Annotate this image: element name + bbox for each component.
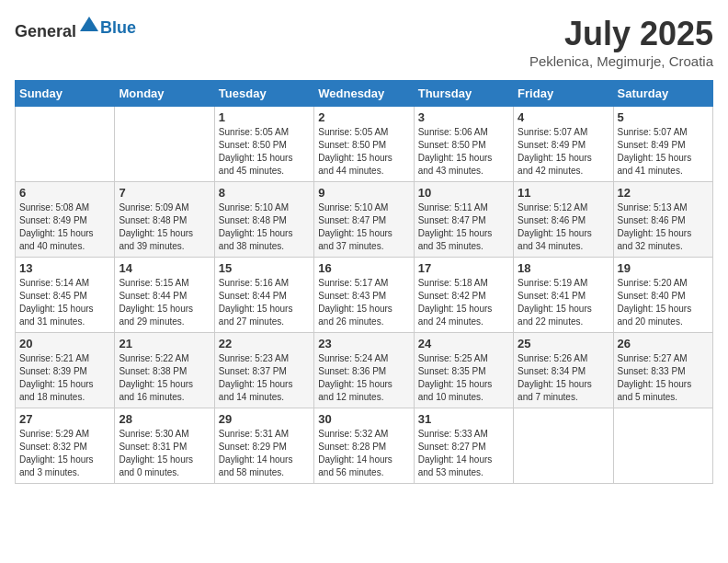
calendar-cell: 21Sunrise: 5:22 AM Sunset: 8:38 PM Dayli… <box>115 333 214 408</box>
cell-text: Sunrise: 5:08 AM Sunset: 8:49 PM Dayligh… <box>19 201 110 253</box>
day-number: 18 <box>518 261 609 275</box>
calendar-cell: 13Sunrise: 5:14 AM Sunset: 8:45 PM Dayli… <box>16 258 115 333</box>
day-number: 26 <box>618 337 709 350</box>
day-number: 31 <box>418 412 509 426</box>
day-number: 19 <box>618 261 709 275</box>
calendar-cell: 8Sunrise: 5:10 AM Sunset: 8:48 PM Daylig… <box>214 182 313 258</box>
weekday-header: Saturday <box>613 81 712 107</box>
calendar-cell: 2Sunrise: 5:05 AM Sunset: 8:50 PM Daylig… <box>314 107 414 182</box>
calendar-week-row: 27Sunrise: 5:29 AM Sunset: 8:32 PM Dayli… <box>16 408 713 484</box>
cell-text: Sunrise: 5:23 AM Sunset: 8:37 PM Dayligh… <box>219 352 310 404</box>
calendar-cell: 10Sunrise: 5:11 AM Sunset: 8:47 PM Dayli… <box>414 182 513 258</box>
day-number: 2 <box>318 110 409 124</box>
calendar-cell: 27Sunrise: 5:29 AM Sunset: 8:32 PM Dayli… <box>16 408 115 484</box>
svg-marker-0 <box>80 17 98 31</box>
calendar-cell: 4Sunrise: 5:07 AM Sunset: 8:49 PM Daylig… <box>514 107 613 182</box>
calendar-cell: 25Sunrise: 5:26 AM Sunset: 8:34 PM Dayli… <box>514 333 613 408</box>
weekday-header: Tuesday <box>214 81 313 107</box>
day-number: 3 <box>418 110 509 124</box>
calendar-body: 1Sunrise: 5:05 AM Sunset: 8:50 PM Daylig… <box>16 107 713 484</box>
day-number: 10 <box>418 186 509 200</box>
cell-text: Sunrise: 5:07 AM Sunset: 8:49 PM Dayligh… <box>618 126 709 178</box>
cell-text: Sunrise: 5:17 AM Sunset: 8:43 PM Dayligh… <box>318 277 409 328</box>
calendar-header-row: SundayMondayTuesdayWednesdayThursdayFrid… <box>16 81 713 107</box>
cell-text: Sunrise: 5:19 AM Sunset: 8:41 PM Dayligh… <box>518 277 609 328</box>
logo: General Blue <box>15 15 136 41</box>
calendar-week-row: 1Sunrise: 5:05 AM Sunset: 8:50 PM Daylig… <box>16 107 713 182</box>
calendar-cell: 7Sunrise: 5:09 AM Sunset: 8:48 PM Daylig… <box>115 182 214 258</box>
calendar-cell: 16Sunrise: 5:17 AM Sunset: 8:43 PM Dayli… <box>314 258 414 333</box>
location-title: Peklenica, Megimurje, Croatia <box>529 53 713 69</box>
cell-text: Sunrise: 5:06 AM Sunset: 8:50 PM Dayligh… <box>418 126 509 178</box>
calendar-week-row: 20Sunrise: 5:21 AM Sunset: 8:39 PM Dayli… <box>16 333 713 408</box>
day-number: 23 <box>318 337 409 350</box>
page-header: General Blue July 2025 Peklenica, Megimu… <box>15 15 713 69</box>
day-number: 17 <box>418 261 509 275</box>
day-number: 21 <box>119 337 210 350</box>
calendar-cell: 24Sunrise: 5:25 AM Sunset: 8:35 PM Dayli… <box>414 333 513 408</box>
calendar-cell: 18Sunrise: 5:19 AM Sunset: 8:41 PM Dayli… <box>514 258 613 333</box>
calendar-week-row: 6Sunrise: 5:08 AM Sunset: 8:49 PM Daylig… <box>16 182 713 258</box>
weekday-header: Wednesday <box>314 81 414 107</box>
day-number: 6 <box>19 186 110 200</box>
cell-text: Sunrise: 5:33 AM Sunset: 8:27 PM Dayligh… <box>418 428 509 479</box>
weekday-header: Sunday <box>16 81 115 107</box>
calendar-cell: 6Sunrise: 5:08 AM Sunset: 8:49 PM Daylig… <box>16 182 115 258</box>
cell-text: Sunrise: 5:27 AM Sunset: 8:33 PM Dayligh… <box>618 352 709 404</box>
day-number: 28 <box>119 412 210 426</box>
calendar-cell: 30Sunrise: 5:32 AM Sunset: 8:28 PM Dayli… <box>314 408 414 484</box>
day-number: 27 <box>19 412 110 426</box>
day-number: 29 <box>219 412 310 426</box>
logo-icon <box>78 15 100 37</box>
calendar-cell: 11Sunrise: 5:12 AM Sunset: 8:46 PM Dayli… <box>514 182 613 258</box>
day-number: 14 <box>119 261 210 275</box>
calendar-cell: 12Sunrise: 5:13 AM Sunset: 8:46 PM Dayli… <box>613 182 712 258</box>
calendar-cell: 31Sunrise: 5:33 AM Sunset: 8:27 PM Dayli… <box>414 408 513 484</box>
cell-text: Sunrise: 5:26 AM Sunset: 8:34 PM Dayligh… <box>518 352 609 404</box>
calendar-cell: 28Sunrise: 5:30 AM Sunset: 8:31 PM Dayli… <box>115 408 214 484</box>
cell-text: Sunrise: 5:13 AM Sunset: 8:46 PM Dayligh… <box>618 201 709 253</box>
calendar-cell: 26Sunrise: 5:27 AM Sunset: 8:33 PM Dayli… <box>613 333 712 408</box>
cell-text: Sunrise: 5:30 AM Sunset: 8:31 PM Dayligh… <box>119 428 210 479</box>
day-number: 24 <box>418 337 509 350</box>
calendar-cell <box>115 107 214 182</box>
cell-text: Sunrise: 5:10 AM Sunset: 8:48 PM Dayligh… <box>219 201 310 253</box>
cell-text: Sunrise: 5:24 AM Sunset: 8:36 PM Dayligh… <box>318 352 409 404</box>
cell-text: Sunrise: 5:20 AM Sunset: 8:40 PM Dayligh… <box>618 277 709 328</box>
cell-text: Sunrise: 5:05 AM Sunset: 8:50 PM Dayligh… <box>318 126 409 178</box>
calendar-cell: 20Sunrise: 5:21 AM Sunset: 8:39 PM Dayli… <box>16 333 115 408</box>
calendar-cell: 5Sunrise: 5:07 AM Sunset: 8:49 PM Daylig… <box>613 107 712 182</box>
calendar-cell: 17Sunrise: 5:18 AM Sunset: 8:42 PM Dayli… <box>414 258 513 333</box>
cell-text: Sunrise: 5:10 AM Sunset: 8:47 PM Dayligh… <box>318 201 409 253</box>
calendar-cell: 19Sunrise: 5:20 AM Sunset: 8:40 PM Dayli… <box>613 258 712 333</box>
day-number: 5 <box>618 110 709 124</box>
day-number: 16 <box>318 261 409 275</box>
calendar-cell <box>613 408 712 484</box>
cell-text: Sunrise: 5:07 AM Sunset: 8:49 PM Dayligh… <box>518 126 609 178</box>
day-number: 20 <box>19 337 110 350</box>
day-number: 8 <box>219 186 310 200</box>
calendar-cell: 29Sunrise: 5:31 AM Sunset: 8:29 PM Dayli… <box>214 408 313 484</box>
day-number: 12 <box>618 186 709 200</box>
day-number: 30 <box>318 412 409 426</box>
logo-general: General <box>15 22 76 40</box>
cell-text: Sunrise: 5:11 AM Sunset: 8:47 PM Dayligh… <box>418 201 509 253</box>
cell-text: Sunrise: 5:22 AM Sunset: 8:38 PM Dayligh… <box>119 352 210 404</box>
cell-text: Sunrise: 5:18 AM Sunset: 8:42 PM Dayligh… <box>418 277 509 328</box>
calendar-cell: 3Sunrise: 5:06 AM Sunset: 8:50 PM Daylig… <box>414 107 513 182</box>
cell-text: Sunrise: 5:15 AM Sunset: 8:44 PM Dayligh… <box>119 277 210 328</box>
logo-blue: Blue <box>100 18 136 37</box>
cell-text: Sunrise: 5:32 AM Sunset: 8:28 PM Dayligh… <box>318 428 409 479</box>
day-number: 11 <box>518 186 609 200</box>
day-number: 22 <box>219 337 310 350</box>
cell-text: Sunrise: 5:09 AM Sunset: 8:48 PM Dayligh… <box>119 201 210 253</box>
cell-text: Sunrise: 5:29 AM Sunset: 8:32 PM Dayligh… <box>19 428 110 479</box>
day-number: 25 <box>518 337 609 350</box>
cell-text: Sunrise: 5:21 AM Sunset: 8:39 PM Dayligh… <box>19 352 110 404</box>
day-number: 4 <box>518 110 609 124</box>
calendar-cell: 1Sunrise: 5:05 AM Sunset: 8:50 PM Daylig… <box>214 107 313 182</box>
cell-text: Sunrise: 5:12 AM Sunset: 8:46 PM Dayligh… <box>518 201 609 253</box>
calendar-table: SundayMondayTuesdayWednesdayThursdayFrid… <box>15 80 713 484</box>
title-block: July 2025 Peklenica, Megimurje, Croatia <box>529 15 713 69</box>
calendar-cell <box>16 107 115 182</box>
